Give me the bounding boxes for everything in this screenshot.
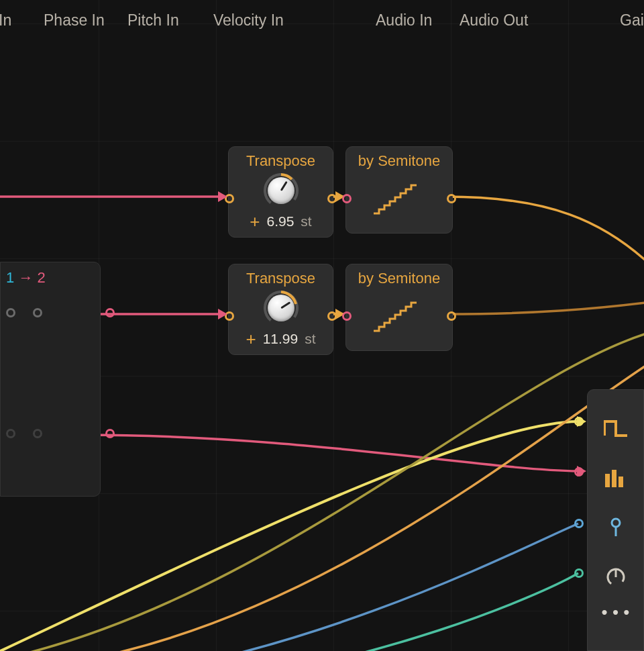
semitone2-title: by Semitone	[356, 270, 443, 287]
dial-icon	[588, 552, 643, 602]
header-label-velocity-in: Velocity In	[213, 11, 284, 30]
header-label-audio-in: Audio In	[376, 11, 432, 30]
svg-rect-3	[612, 470, 616, 487]
transpose-node-1[interactable]: Transpose + 6.95 st	[228, 146, 333, 238]
semitone2-output-port[interactable]	[447, 311, 456, 321]
svg-rect-2	[605, 474, 610, 487]
header-label-pitch-in: Pitch In	[127, 11, 179, 30]
split-left-num: 1	[6, 269, 14, 286]
more-dots[interactable]: • • •	[588, 602, 643, 623]
split-pad-1	[6, 429, 15, 438]
header-label-audio-out: Audio Out	[460, 11, 528, 30]
header-label-gain-cut: Gai	[620, 11, 644, 30]
semitone1-input-port[interactable]	[342, 194, 352, 203]
transpose2-plus-button[interactable]: +	[246, 330, 256, 348]
transpose-node-2[interactable]: Transpose + 11.99 st	[228, 264, 333, 355]
split-arrow: →	[18, 269, 33, 286]
semitone-node-1[interactable]: by Semitone	[345, 146, 453, 234]
semitone1-output-port[interactable]	[447, 194, 456, 203]
split-title: 1 → 2	[6, 269, 95, 287]
semitone-node-2[interactable]: by Semitone	[345, 264, 453, 351]
header-labels-row: In Phase In Pitch In Velocity In Audio I…	[0, 0, 644, 40]
header-label-phase-in: Phase In	[44, 11, 105, 30]
arrow-into-transpose1	[218, 191, 227, 202]
bars-icon	[588, 453, 643, 503]
transpose2-unit: st	[305, 331, 315, 347]
staircase-icon	[372, 300, 419, 334]
arrow-into-target-pulse	[577, 416, 586, 427]
arrow-into-transpose2	[218, 309, 227, 319]
split-pad-2	[33, 429, 42, 438]
pulse-icon	[588, 403, 643, 453]
target-port-dial[interactable]	[574, 568, 584, 578]
transpose2-knob[interactable]	[263, 290, 299, 326]
transpose1-title: Transpose	[238, 152, 323, 170]
target-node[interactable]: • • •	[587, 389, 644, 651]
transpose1-unit: st	[301, 213, 311, 230]
arrow-into-target-bars	[577, 466, 586, 477]
semitone2-input-port[interactable]	[342, 311, 352, 321]
header-label-in-cut: In	[0, 11, 11, 30]
split-output-port-2[interactable]	[105, 429, 115, 438]
svg-rect-4	[619, 477, 623, 487]
transpose1-knob[interactable]	[263, 172, 299, 209]
split-right-num: 2	[38, 269, 46, 286]
lollipop-icon	[588, 503, 643, 552]
split-node[interactable]: 1 → 2	[0, 262, 101, 497]
transpose1-value[interactable]: 6.95	[266, 213, 294, 230]
staircase-icon	[372, 183, 419, 216]
split-input-port-1[interactable]	[6, 308, 15, 317]
semitone1-title: by Semitone	[356, 152, 443, 170]
transpose1-plus-button[interactable]: +	[250, 213, 260, 230]
split-output-port-1[interactable]	[105, 308, 115, 317]
svg-point-5	[612, 519, 620, 527]
transpose2-value[interactable]: 11.99	[263, 331, 299, 347]
transpose2-title: Transpose	[238, 270, 323, 287]
target-port-lollipop[interactable]	[574, 519, 584, 528]
split-input-port-2[interactable]	[33, 308, 42, 317]
